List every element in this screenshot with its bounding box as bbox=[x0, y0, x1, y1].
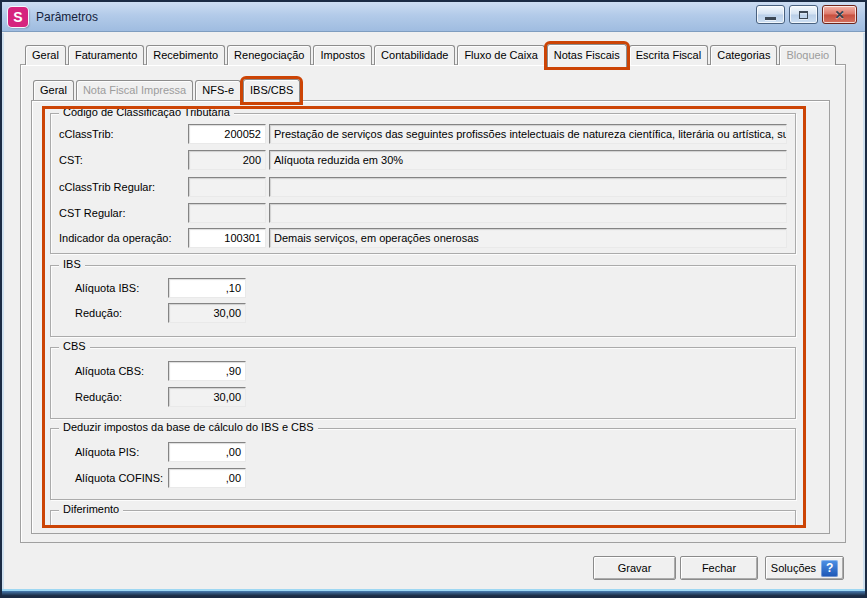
group-title: Deduzir impostos da base de cálculo do I… bbox=[59, 421, 318, 434]
maximize-icon bbox=[799, 11, 808, 19]
gravar-button[interactable]: Gravar bbox=[593, 556, 676, 580]
aliquota-cofins-label: Alíquota COFINS: bbox=[75, 472, 163, 484]
aliquota-cbs-label: Alíquota CBS: bbox=[75, 365, 144, 377]
close-icon: ✕ bbox=[834, 8, 844, 22]
solucoes-button[interactable]: Soluções ? bbox=[765, 556, 844, 580]
ibs-cbs-content-highlight-box: Código de Classificação Tributária cClas… bbox=[42, 106, 806, 528]
cst-regular-code-field bbox=[188, 203, 266, 223]
subtab-ibs-cbs[interactable]: IBS/CBS bbox=[243, 79, 300, 102]
cst-code-field: 200 bbox=[188, 150, 266, 170]
subtab-nfse[interactable]: NFS-e bbox=[195, 80, 241, 100]
window-frame-right bbox=[863, 33, 865, 589]
cclasstrib-regular-desc-field bbox=[269, 177, 787, 197]
tab-categorias[interactable]: Categorias bbox=[710, 45, 777, 65]
reducao-cbs-field: 30,00 bbox=[168, 387, 246, 407]
gravar-button-label: Gravar bbox=[618, 562, 652, 574]
solucoes-button-label: Soluções bbox=[771, 562, 816, 574]
tab-contabilidade[interactable]: Contabilidade bbox=[374, 45, 455, 65]
group-title: IBS bbox=[59, 258, 85, 271]
subtab-nota-fiscal-impressa: Nota Fiscal Impressa bbox=[76, 80, 193, 100]
titlebar: S Parâmetros ✕ bbox=[2, 2, 865, 32]
aliquota-cbs-field[interactable]: ,90 bbox=[168, 361, 246, 381]
aliquota-ibs-label: Alíquota IBS: bbox=[75, 282, 139, 294]
minimize-button[interactable] bbox=[756, 5, 785, 24]
tab-impostos[interactable]: Impostos bbox=[313, 45, 372, 65]
group-deduzir-impostos: Deduzir impostos da base de cálculo do I… bbox=[50, 428, 796, 500]
tab-recebimento[interactable]: Recebimento bbox=[146, 45, 225, 65]
reducao-ibs-field: 30,00 bbox=[168, 303, 246, 323]
tab-escrita-fiscal[interactable]: Escrita Fiscal bbox=[629, 45, 708, 65]
reducao-ibs-label: Redução: bbox=[75, 307, 122, 319]
cclasstrib-regular-label: cClassTrib Regular: bbox=[59, 181, 155, 193]
group-title: CBS bbox=[59, 340, 90, 353]
group-title: Diferimento bbox=[59, 503, 123, 516]
tab-bloqueio: Bloqueio bbox=[779, 45, 836, 65]
parametros-dialog: S Parâmetros ✕ Geral Faturamento Recebim… bbox=[0, 0, 867, 598]
group-cbs: CBS Alíquota CBS: ,90 Redução: 30,00 bbox=[50, 347, 796, 419]
help-icon: ? bbox=[821, 560, 838, 577]
cst-desc-field: Alíquota reduzida em 30% bbox=[269, 150, 787, 170]
aliquota-cofins-field[interactable]: ,00 bbox=[168, 468, 246, 488]
cclasstrib-code-field[interactable]: 200052 bbox=[188, 124, 266, 144]
sub-tabs: Geral Nota Fiscal Impressa NFS-e IBS/CBS bbox=[33, 79, 302, 100]
group-codigo-classificacao-tributaria: Código de Classificação Tributária cClas… bbox=[50, 113, 796, 254]
cst-label: CST: bbox=[59, 154, 83, 166]
cclasstrib-regular-code-field bbox=[188, 177, 266, 197]
tab-notas-fiscais[interactable]: Notas Fiscais bbox=[547, 44, 627, 67]
cclasstrib-desc-field: Prestação de serviços das seguintes prof… bbox=[269, 124, 787, 144]
window-frame-bottom bbox=[2, 589, 865, 596]
tab-faturamento[interactable]: Faturamento bbox=[68, 45, 144, 65]
indicador-operacao-desc-field: Demais serviços, em operações onerosas bbox=[269, 228, 787, 248]
reducao-cbs-label: Redução: bbox=[75, 391, 122, 403]
cclasstrib-label: cClassTrib: bbox=[59, 128, 114, 140]
tab-geral[interactable]: Geral bbox=[25, 45, 66, 65]
group-ibs: IBS Alíquota IBS: ,10 Redução: 30,00 bbox=[50, 265, 796, 337]
indicador-operacao-label: Indicador da operação: bbox=[59, 232, 172, 244]
aliquota-ibs-field[interactable]: ,10 bbox=[168, 278, 246, 298]
group-diferimento: Diferimento bbox=[50, 510, 796, 528]
cst-regular-desc-field bbox=[269, 203, 787, 223]
aliquota-pis-field[interactable]: ,00 bbox=[168, 442, 246, 462]
fechar-button-label: Fechar bbox=[702, 562, 736, 574]
close-button[interactable]: ✕ bbox=[822, 5, 857, 24]
tab-renegociacao[interactable]: Renegociação bbox=[227, 45, 311, 65]
window-title: Parâmetros bbox=[36, 10, 98, 24]
aliquota-pis-label: Alíquota PIS: bbox=[75, 446, 139, 458]
app-logo-icon: S bbox=[8, 7, 28, 27]
minimize-icon bbox=[765, 17, 776, 20]
window-frame-left bbox=[2, 33, 4, 589]
indicador-operacao-code-field[interactable]: 100301 bbox=[188, 228, 266, 248]
fechar-button[interactable]: Fechar bbox=[680, 556, 758, 580]
tab-fluxo-de-caixa[interactable]: Fluxo de Caixa bbox=[457, 45, 544, 65]
subtab-geral[interactable]: Geral bbox=[33, 80, 74, 100]
group-title: Código de Classificação Tributária bbox=[59, 106, 234, 119]
cst-regular-label: CST Regular: bbox=[59, 207, 125, 219]
main-tabs: Geral Faturamento Recebimento Renegociaç… bbox=[25, 44, 838, 65]
maximize-button[interactable] bbox=[789, 5, 818, 24]
